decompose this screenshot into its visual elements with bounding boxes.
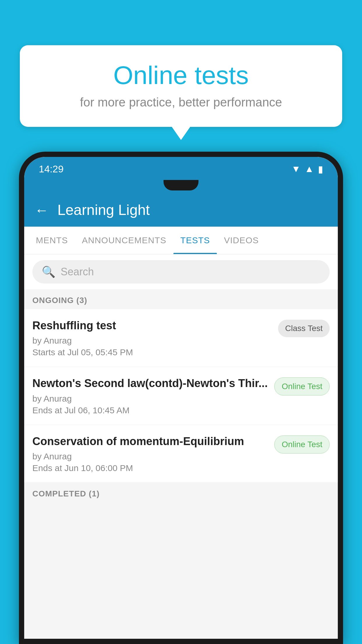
test-item-3[interactable]: Conservation of momentum-Equilibrium by … [24, 425, 338, 483]
search-icon: 🔍 [42, 265, 55, 278]
test-info-3: Conservation of momentum-Equilibrium by … [32, 434, 268, 473]
tab-ments[interactable]: MENTS [29, 227, 75, 254]
test-by-3: by Anurag [32, 452, 268, 461]
search-placeholder: Search [61, 266, 94, 278]
status-icons: ▼ ▲ ▮ [291, 164, 323, 175]
tab-tests[interactable]: TESTS [173, 227, 217, 254]
tab-videos[interactable]: VIDEOS [217, 227, 266, 254]
test-by-2: by Anurag [32, 394, 268, 404]
battery-icon: ▮ [318, 164, 323, 175]
completed-section-header: COMPLETED (1) [24, 483, 338, 503]
notch [164, 180, 198, 190]
bubble-subtitle: for more practice, better performance [37, 95, 325, 109]
test-item-2[interactable]: Newton's Second law(contd)-Newton's Thir… [24, 367, 338, 425]
search-container: 🔍 Search [24, 254, 338, 289]
search-bar[interactable]: 🔍 Search [32, 260, 330, 284]
wifi-icon: ▼ [291, 164, 301, 174]
tabs-bar: MENTS ANNOUNCEMENTS TESTS VIDEOS [24, 227, 338, 254]
ongoing-section-header: ONGOING (3) [24, 289, 338, 309]
test-name-3: Conservation of momentum-Equilibrium [32, 434, 268, 449]
test-badge-3: Online Test [274, 435, 330, 454]
notch-area [24, 180, 338, 193]
test-by-1: by Anurag [32, 336, 272, 346]
test-info-2: Newton's Second law(contd)-Newton's Thir… [32, 376, 268, 415]
test-date-1: Starts at Jul 05, 05:45 PM [32, 347, 272, 357]
status-time: 14:29 [39, 163, 64, 175]
status-bar: 14:29 ▼ ▲ ▮ [24, 157, 338, 180]
test-date-3: Ends at Jun 10, 06:00 PM [32, 463, 268, 473]
bubble-title: Online tests [37, 61, 325, 90]
speech-bubble: Online tests for more practice, better p… [20, 45, 342, 127]
back-button[interactable]: ← [35, 202, 49, 218]
test-info-1: Reshuffling test by Anurag Starts at Jul… [32, 318, 272, 357]
test-name-2: Newton's Second law(contd)-Newton's Thir… [32, 376, 268, 391]
phone-screen: 14:29 ▼ ▲ ▮ ← Learning Light MENTS ANNOU… [24, 157, 338, 639]
app-title: Learning Light [57, 202, 150, 218]
test-name-1: Reshuffling test [32, 318, 272, 333]
app-header: ← Learning Light [24, 193, 338, 227]
signal-icon: ▲ [305, 164, 314, 174]
tab-announcements[interactable]: ANNOUNCEMENTS [75, 227, 173, 254]
test-badge-2: Online Test [274, 377, 330, 396]
phone-frame: 14:29 ▼ ▲ ▮ ← Learning Light MENTS ANNOU… [19, 152, 343, 644]
content-list: ONGOING (3) Reshuffling test by Anurag S… [24, 289, 338, 639]
test-item-1[interactable]: Reshuffling test by Anurag Starts at Jul… [24, 309, 338, 367]
test-badge-1: Class Test [278, 320, 330, 337]
test-date-2: Ends at Jul 06, 10:45 AM [32, 405, 268, 415]
